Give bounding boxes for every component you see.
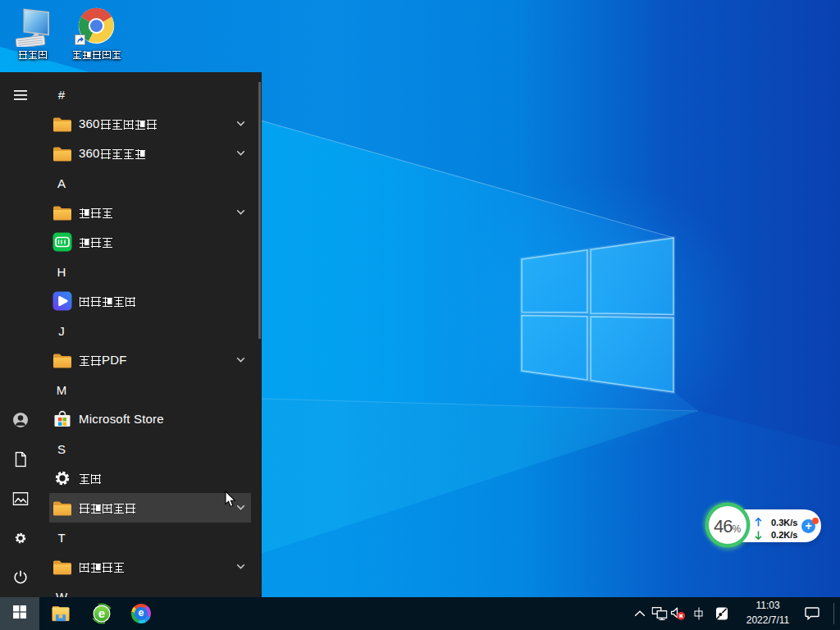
- svg-text:e: e: [98, 606, 105, 620]
